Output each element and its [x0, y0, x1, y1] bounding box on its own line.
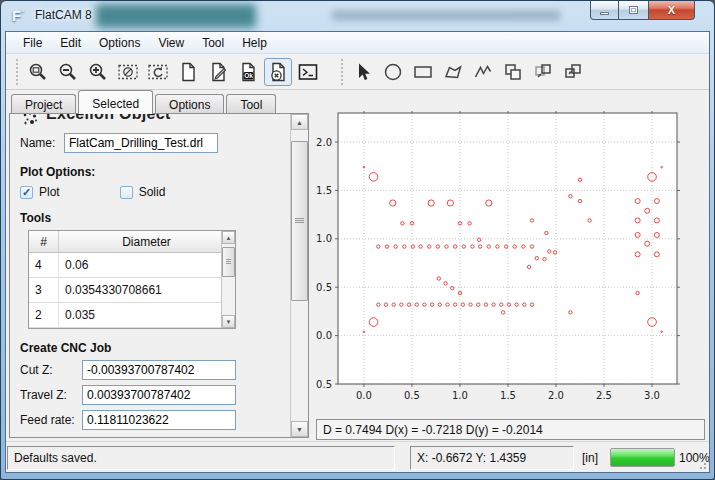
menu-tool[interactable]: Tool: [193, 33, 233, 53]
name-input[interactable]: [64, 133, 218, 153]
toolbar-grip[interactable]: [14, 59, 19, 85]
table-row[interactable]: 2 0.035: [29, 303, 235, 328]
pointer-icon: [352, 61, 374, 83]
panel-scrollbar[interactable]: ▲ ▼: [290, 114, 308, 437]
col-header-number[interactable]: #: [29, 231, 59, 252]
circle-icon: [382, 61, 404, 83]
open-project-button[interactable]: [204, 58, 232, 86]
copy-geometry-icon: [532, 61, 554, 83]
cursor-coordinates: X: -0.6672 Y: 1.4359: [410, 446, 574, 470]
zoom-fit-icon: [27, 61, 49, 83]
plot-checkbox-label: Plot: [39, 185, 60, 199]
menu-view[interactable]: View: [149, 33, 193, 53]
scroll-up-icon[interactable]: ▲: [222, 231, 235, 244]
solid-checkbox[interactable]: [120, 186, 133, 199]
title-bar[interactable]: F° FlatCAM 8 X: [1, 1, 714, 31]
scroll-down-icon[interactable]: ▼: [222, 315, 235, 328]
pointer-button[interactable]: [349, 58, 377, 86]
draw-circle-button[interactable]: [379, 58, 407, 86]
toolbar-grip-2[interactable]: [339, 59, 344, 85]
toolbar: Ok: [6, 54, 709, 90]
save-project-button[interactable]: Ok: [234, 58, 262, 86]
draw-rectangle-button[interactable]: [409, 58, 437, 86]
background-window-blur: [96, 4, 256, 28]
copy-objects-icon: [502, 61, 524, 83]
plot-checkbox[interactable]: ✓: [20, 186, 33, 199]
clear-plot-button[interactable]: [114, 58, 142, 86]
table-row[interactable]: 3 0.0354330708661: [29, 278, 235, 303]
app-window: F° FlatCAM 8 X File Edit Options View To…: [0, 0, 715, 480]
delete-object-button[interactable]: [264, 58, 292, 86]
cell-tool-number: 3: [29, 278, 59, 302]
tools-label: Tools: [20, 211, 286, 225]
zoom-out-button[interactable]: [54, 58, 82, 86]
panel-scrollbar-thumb[interactable]: [291, 141, 308, 301]
cnc-job-heading: Create CNC Job: [20, 341, 286, 355]
cell-tool-diameter: 0.0354330708661: [59, 278, 235, 302]
minimize-button[interactable]: [590, 1, 619, 20]
draw-polygon-button[interactable]: [439, 58, 467, 86]
plot-area: 0.00.51.01.52.02.53.0-0.50.00.51.01.52.0: [316, 111, 706, 417]
panel-heading: Excellon Object: [46, 114, 171, 123]
name-label: Name:: [20, 136, 64, 150]
plot-svg[interactable]: 0.00.51.01.52.02.53.0-0.50.00.51.01.52.0: [316, 111, 706, 417]
close-button[interactable]: X: [648, 1, 695, 20]
resize-grip-icon[interactable]: [696, 459, 707, 470]
measurement-readout: D = 0.7494 D(x) = -0.7218 D(y) = -0.2014: [316, 419, 705, 440]
client-area: File Edit Options View Tool Help: [5, 31, 710, 473]
tools-table-header[interactable]: # Diameter: [29, 231, 235, 253]
svg-text:0.0: 0.0: [316, 330, 332, 341]
shell-button[interactable]: [294, 58, 322, 86]
zoom-in-icon: [87, 61, 109, 83]
tab-project[interactable]: Project: [11, 94, 76, 114]
zoom-fit-button[interactable]: [24, 58, 52, 86]
new-project-button[interactable]: [174, 58, 202, 86]
col-header-diameter[interactable]: Diameter: [59, 231, 235, 252]
copy-excellon-button[interactable]: [559, 58, 587, 86]
status-bar: Defaults saved. X: -0.6672 Y: 1.4359 [in…: [6, 441, 709, 472]
tools-hint: Select from the tools section above: [20, 436, 286, 437]
copy-geometry-button[interactable]: [529, 58, 557, 86]
feed-rate-input[interactable]: [82, 410, 236, 430]
clear-plot-icon: [117, 61, 139, 83]
close-icon: X: [668, 4, 675, 16]
progress-fill: [611, 449, 674, 466]
travel-z-input[interactable]: [82, 385, 236, 405]
document-delete-icon: [267, 61, 289, 83]
menu-file[interactable]: File: [14, 33, 51, 53]
svg-text:0.5: 0.5: [404, 390, 420, 401]
svg-text:2.5: 2.5: [596, 390, 612, 401]
restore-button[interactable]: [619, 1, 648, 20]
table-scrollbar[interactable]: ▲ ▼: [221, 231, 235, 328]
svg-text:1.5: 1.5: [316, 185, 332, 196]
tools-table: # Diameter 4 0.06 3 0.0354330708661 2 0.…: [28, 230, 236, 329]
svg-text:1.0: 1.0: [316, 233, 332, 244]
cut-z-input[interactable]: [82, 360, 236, 380]
cell-tool-number: 4: [29, 253, 59, 277]
svg-text:1.0: 1.0: [452, 390, 468, 401]
scroll-up-icon[interactable]: ▲: [291, 114, 308, 130]
svg-text:-0.5: -0.5: [316, 379, 332, 390]
tab-options[interactable]: Options: [155, 94, 224, 114]
tab-selected[interactable]: Selected: [78, 90, 153, 114]
restore-icon: [629, 6, 638, 14]
progress-bar: [610, 448, 675, 467]
menu-help[interactable]: Help: [233, 33, 276, 53]
replot-button[interactable]: [144, 58, 172, 86]
excellon-object-form: Excellon Object Name: Plot Options: ✓ Pl…: [10, 114, 290, 437]
svg-text:2.0: 2.0: [316, 137, 332, 148]
menu-options[interactable]: Options: [90, 33, 149, 53]
cell-tool-diameter: 0.06: [59, 253, 235, 277]
table-scrollbar-thumb[interactable]: [222, 247, 235, 277]
scroll-down-icon[interactable]: ▼: [291, 421, 308, 437]
status-message: Defaults saved.: [7, 446, 395, 470]
table-row[interactable]: 4 0.06: [29, 253, 235, 278]
copy-objects-button[interactable]: [499, 58, 527, 86]
new-document-icon: [177, 61, 199, 83]
app-logo-icon: F°: [12, 7, 30, 25]
draw-path-button[interactable]: [469, 58, 497, 86]
menu-edit[interactable]: Edit: [51, 33, 90, 53]
zoom-in-button[interactable]: [84, 58, 112, 86]
tab-tool[interactable]: Tool: [226, 94, 276, 114]
svg-text:Ok: Ok: [244, 72, 253, 79]
